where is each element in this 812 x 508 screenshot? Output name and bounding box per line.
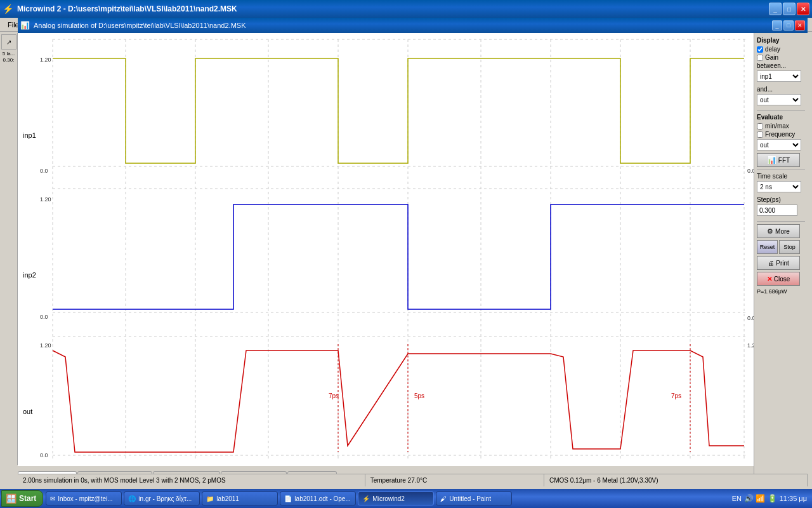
lab2011-label: lab2011	[216, 495, 239, 502]
taskbar-lab2011[interactable]: 📁 lab2011	[202, 491, 278, 505]
print-label: Print	[776, 260, 789, 267]
taskbar-right: EN 🔊 📶 🔋 11:35 μμ	[727, 494, 812, 503]
doc-icon: 📄	[284, 495, 292, 502]
delay-checkbox-row[interactable]: delay	[757, 46, 805, 53]
inbox-label: Inbox - mpitz@tei...	[58, 495, 112, 502]
svg-text:1.20: 1.20	[40, 196, 51, 203]
start-button[interactable]: 🪟 Start	[1, 490, 43, 507]
minmax-checkbox-row: min/max	[757, 123, 805, 130]
paint-label: Untitled - Paint	[449, 495, 491, 502]
folder-icon: 📁	[206, 495, 214, 502]
inp2-label: inp2	[23, 271, 36, 279]
and-select[interactable]: out inp1 inp2	[757, 94, 801, 105]
step-label: Step(ps)	[757, 196, 805, 203]
svg-text:5ps: 5ps	[414, 392, 424, 399]
between-select[interactable]: inp1 inp2 out	[757, 70, 801, 82]
stop-button[interactable]: Stop	[779, 240, 800, 254]
taskbar-microwind[interactable]: ⚡ Microwind2	[358, 491, 434, 505]
simulation-window: 📊 Analog simulation of D:\users\mpitz\te…	[18, 18, 808, 486]
left-label-1: 5 la...	[0, 51, 17, 57]
minimize-button[interactable]: _	[769, 3, 782, 15]
svg-text:7ps: 7ps	[329, 392, 339, 399]
between-label: between...	[757, 62, 805, 69]
taskbar: 🪟 Start ✉ Inbox - mpitz@tei... 🌐 in.gr -…	[0, 489, 812, 508]
microwind-label: Microwind2	[372, 495, 405, 502]
start-label: Start	[19, 494, 36, 503]
divider-1	[757, 110, 805, 111]
left-label-2: 0.30:	[0, 57, 17, 63]
fft-icon: 📊	[767, 156, 776, 164]
sim-close-button[interactable]: ✕	[795, 20, 805, 30]
svg-rect-0	[18, 33, 754, 465]
left-tool-1[interactable]: ↗	[1, 34, 16, 50]
microwind-icon: ⚡	[362, 495, 370, 502]
inbox-icon: ✉	[50, 495, 55, 502]
plot-area: inp1 inp2 out	[18, 33, 754, 484]
evaluate-label: Evaluate	[757, 114, 805, 121]
evaluate-select[interactable]: out inp1 inp2	[757, 139, 801, 150]
frequency-checkbox[interactable]	[757, 131, 763, 138]
temperature: Temperature 27.0°C	[365, 474, 544, 486]
svg-text:1.21: 1.21	[747, 342, 754, 349]
app-icon: ⚡	[3, 4, 13, 14]
taskbar-browser[interactable]: 🌐 in.gr - Βρηκς δίχτ...	[124, 491, 200, 505]
divider-3	[757, 221, 805, 222]
svg-text:7ps: 7ps	[671, 392, 681, 399]
divider-2	[757, 170, 805, 170]
delay-label: delay	[765, 46, 780, 53]
more-button[interactable]: ⚙ More	[757, 224, 800, 238]
print-icon: 🖨	[768, 260, 774, 267]
frequency-label: Frequency	[765, 131, 795, 138]
sim-maximize-button[interactable]: □	[783, 20, 794, 30]
delay-checkbox[interactable]	[757, 46, 763, 53]
inp1-label: inp1	[23, 131, 36, 139]
sim-minimize-button[interactable]: _	[772, 20, 782, 30]
and-label: and...	[757, 86, 805, 93]
more-label: More	[775, 228, 790, 235]
display-label: Display	[757, 37, 805, 44]
main-window-title: Microwind 2 - D:\users\mpitz\tei\lab\VLS…	[17, 4, 768, 13]
svg-text:0.0: 0.0	[40, 168, 48, 174]
gain-checkbox-row: Gain	[757, 54, 805, 61]
fft-label: FFT	[778, 157, 790, 164]
cmos-info: CMOS 0.12μm - 6 Metal (1.20V,3.30V)	[544, 474, 808, 486]
sim-title-bar: 📊 Analog simulation of D:\users\mpitz\te…	[18, 18, 808, 33]
taskbar-paint[interactable]: 🖌 Untitled - Paint	[436, 491, 512, 505]
close-icon: ✕	[767, 276, 772, 283]
right-panel: Display delay Gain between... inp1 inp2 …	[754, 33, 808, 484]
minmax-checkbox[interactable]	[757, 123, 763, 130]
waveform-svg: inp1 inp2 out	[18, 33, 754, 465]
out-label: out	[23, 408, 32, 415]
time-scale-select[interactable]: 2 ns 5 ns 10 ns	[757, 181, 801, 192]
time-scale-label: Time scale	[757, 173, 805, 180]
reset-button[interactable]: Reset	[757, 240, 778, 254]
print-button[interactable]: 🖨 Print	[757, 256, 800, 270]
browser-icon: 🌐	[128, 495, 136, 502]
gain-checkbox[interactable]	[757, 55, 763, 61]
taskbar-odt[interactable]: 📄 lab2011.odt - Ope...	[280, 491, 356, 505]
svg-text:0.02: 0.02	[747, 315, 754, 321]
close-panel-button[interactable]: ✕ Close	[757, 272, 800, 286]
fft-button[interactable]: 📊 FFT	[757, 153, 800, 167]
paint-icon: 🖌	[440, 495, 447, 502]
main-title-bar: ⚡ Microwind 2 - D:\users\mpitz\tei\lab\V…	[0, 0, 812, 18]
browser-label: in.gr - Βρηκς δίχτ...	[138, 495, 192, 502]
step-input[interactable]	[757, 204, 797, 216]
svg-text:0.0: 0.0	[40, 314, 48, 320]
close-button[interactable]: ✕	[797, 3, 809, 15]
taskbar-inbox[interactable]: ✉ Inbox - mpitz@tei...	[46, 491, 122, 505]
svg-text:0.02: 0.02	[747, 168, 754, 174]
left-toolbar: ↗ 5 la... 0.30:	[0, 33, 18, 465]
status-bar: 2.00ns simulation in 0s, with MOS model …	[18, 474, 808, 486]
sim-icon: 📊	[20, 21, 30, 30]
windows-icon: 🪟	[6, 493, 16, 504]
odt-label: lab2011.odt - Ope...	[294, 495, 350, 502]
clock: 11:35 μμ	[780, 495, 807, 502]
gain-label: Gain	[765, 54, 778, 61]
frequency-checkbox-row: Frequency	[757, 131, 805, 138]
minmax-label: min/max	[765, 123, 789, 130]
close-label: Close	[774, 276, 790, 283]
sim-window-title: Analog simulation of D:\users\mpitz\tei\…	[34, 22, 771, 29]
maximize-button[interactable]: □	[783, 3, 796, 15]
svg-text:1.20: 1.20	[40, 57, 51, 63]
